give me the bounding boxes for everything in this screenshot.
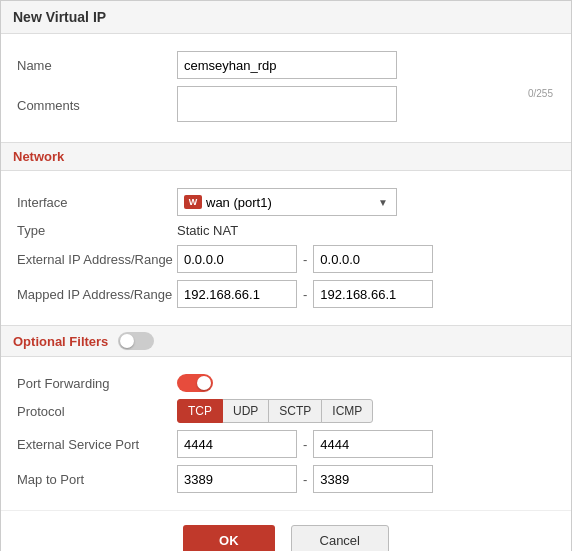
name-row: Name — [17, 51, 555, 79]
ext-port-separator: - — [303, 437, 307, 452]
protocol-tcp-button[interactable]: TCP — [177, 399, 223, 423]
protocol-icmp-button[interactable]: ICMP — [321, 399, 373, 423]
external-ip-separator: - — [303, 252, 307, 267]
ext-service-port-range: - — [177, 430, 433, 458]
cancel-button[interactable]: Cancel — [291, 525, 389, 551]
external-ip-row: External IP Address/Range - — [17, 245, 555, 273]
external-ip-to-input[interactable] — [313, 245, 433, 273]
protocol-row: Protocol TCP UDP SCTP ICMP — [17, 399, 555, 423]
interface-icon: W — [184, 195, 202, 209]
ext-service-port-label: External Service Port — [17, 437, 177, 452]
external-ip-from-input[interactable] — [177, 245, 297, 273]
type-row: Type Static NAT — [17, 223, 555, 238]
mapped-ip-to-input[interactable] — [313, 280, 433, 308]
port-forwarding-thumb — [197, 376, 211, 390]
type-value: Static NAT — [177, 223, 238, 238]
ext-port-from-input[interactable] — [177, 430, 297, 458]
interface-control: W wan (port1) — [177, 188, 555, 216]
comments-row: Comments 0/255 — [17, 86, 555, 125]
mapped-ip-label: Mapped IP Address/Range — [17, 287, 177, 302]
dialog-title: New Virtual IP — [1, 1, 571, 34]
interface-dropdown[interactable]: W wan (port1) — [177, 188, 397, 216]
port-forwarding-row: Port Forwarding — [17, 374, 555, 392]
ext-service-port-row: External Service Port - — [17, 430, 555, 458]
name-label: Name — [17, 58, 177, 73]
protocol-label: Protocol — [17, 404, 177, 419]
ok-button[interactable]: OK — [183, 525, 275, 551]
name-field-wrap — [177, 51, 555, 79]
mapped-ip-row: Mapped IP Address/Range - — [17, 280, 555, 308]
port-forwarding-toggle[interactable] — [177, 374, 213, 392]
interface-row: Interface W wan (port1) — [17, 188, 555, 216]
name-input[interactable] — [177, 51, 397, 79]
mapped-ip-from-input[interactable] — [177, 280, 297, 308]
basic-info-section: Name Comments 0/255 — [1, 34, 571, 142]
mapped-ip-range: - — [177, 280, 433, 308]
optional-filters-section-header: Optional Filters — [1, 325, 571, 357]
comments-field-wrap: 0/255 — [177, 86, 555, 125]
comments-counter: 0/255 — [528, 88, 553, 99]
port-forwarding-label: Port Forwarding — [17, 376, 177, 391]
external-ip-label: External IP Address/Range — [17, 252, 177, 267]
new-virtual-ip-dialog: New Virtual IP Name Comments 0/255 Netwo… — [0, 0, 572, 551]
port-forwarding-track — [177, 374, 213, 392]
type-label: Type — [17, 223, 177, 238]
comments-label: Comments — [17, 98, 177, 113]
mapped-ip-separator: - — [303, 287, 307, 302]
network-section-header: Network — [1, 142, 571, 171]
optional-filters-track — [118, 332, 154, 350]
network-section: Interface W wan (port1) Type Static NAT … — [1, 171, 571, 325]
map-port-from-input[interactable] — [177, 465, 297, 493]
interface-icon-letter: W — [189, 197, 198, 207]
map-to-port-range: - — [177, 465, 433, 493]
protocol-sctp-button[interactable]: SCTP — [268, 399, 322, 423]
port-forwarding-section: Port Forwarding Protocol TCP UDP SCTP IC… — [1, 357, 571, 510]
dialog-footer: OK Cancel — [1, 510, 571, 551]
ext-port-to-input[interactable] — [313, 430, 433, 458]
comments-input[interactable] — [177, 86, 397, 122]
interface-value: wan (port1) — [206, 195, 272, 210]
protocol-buttons: TCP UDP SCTP ICMP — [177, 399, 372, 423]
map-to-port-row: Map to Port - — [17, 465, 555, 493]
optional-filters-thumb — [120, 334, 134, 348]
optional-filters-toggle[interactable] — [118, 332, 154, 350]
protocol-udp-button[interactable]: UDP — [222, 399, 269, 423]
map-to-port-label: Map to Port — [17, 472, 177, 487]
map-port-to-input[interactable] — [313, 465, 433, 493]
map-port-separator: - — [303, 472, 307, 487]
interface-label: Interface — [17, 195, 177, 210]
optional-filters-label: Optional Filters — [13, 334, 108, 349]
external-ip-range: - — [177, 245, 433, 273]
